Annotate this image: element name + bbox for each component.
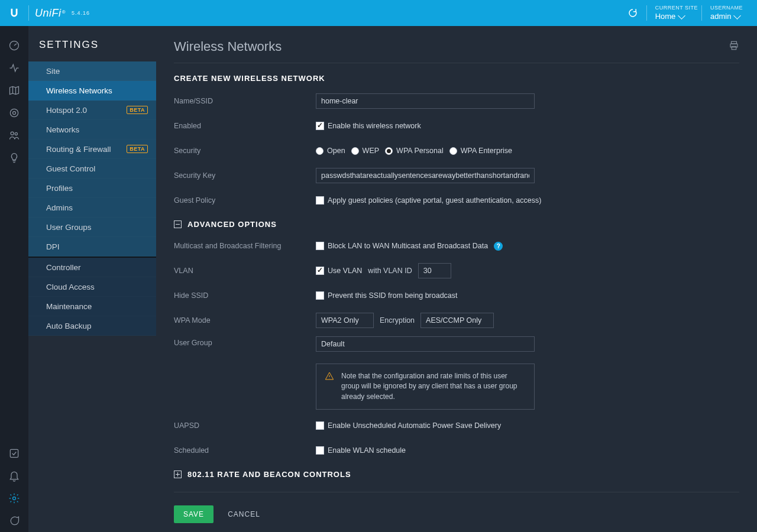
- uapsd-label: UAPSD: [174, 421, 316, 430]
- svg-point-4: [15, 132, 17, 135]
- enable-network-checkbox[interactable]: [316, 122, 324, 130]
- alerts-icon[interactable]: [0, 465, 28, 487]
- use-vlan-text: Use VLAN: [328, 267, 362, 275]
- security-key-input[interactable]: [316, 168, 535, 183]
- security-wpa-enterprise-radio[interactable]: [449, 147, 457, 155]
- main-panel: Wireless Networks CREATE NEW WIRELESS NE…: [156, 26, 757, 532]
- svg-point-6: [13, 497, 16, 500]
- sidebar-item-site[interactable]: Site: [28, 61, 156, 81]
- print-icon[interactable]: [729, 39, 739, 54]
- sidebar-item-maintenance[interactable]: Maintenance: [28, 297, 156, 316]
- security-wep-radio[interactable]: [351, 147, 359, 155]
- svg-point-1: [13, 112, 16, 115]
- username-dropdown[interactable]: USERNAME admin: [702, 4, 743, 22]
- user-group-select[interactable]: Default: [316, 336, 535, 352]
- security-open-radio[interactable]: [316, 147, 323, 155]
- scheduled-text: Enable WLAN schedule: [328, 446, 406, 455]
- current-site-dropdown[interactable]: CURRENT SITE Home: [647, 4, 698, 22]
- username-value: admin: [710, 12, 731, 21]
- svg-point-2: [10, 109, 18, 116]
- sidebar-item-profiles[interactable]: Profiles: [28, 179, 156, 198]
- current-site-label: CURRENT SITE: [655, 5, 698, 11]
- username-label: USERNAME: [710, 5, 743, 11]
- svg-rect-5: [10, 449, 18, 457]
- hide-ssid-checkbox[interactable]: [316, 291, 324, 300]
- collapse-plus-icon: [174, 471, 182, 478]
- chat-icon[interactable]: [0, 510, 28, 532]
- sidebar-item-controller[interactable]: Controller: [28, 258, 156, 277]
- security-key-label: Security Key: [174, 171, 316, 180]
- user-group-note: Note that the configuration and rate lim…: [316, 364, 535, 410]
- vlan-label: VLAN: [174, 267, 316, 275]
- sidebar-item-auto-backup[interactable]: Auto Backup: [28, 316, 156, 336]
- chevron-down-icon: [678, 12, 685, 20]
- version-label: 5.4.16: [72, 10, 90, 16]
- events-icon[interactable]: [0, 442, 28, 465]
- use-vlan-checkbox[interactable]: [316, 267, 324, 275]
- cancel-button[interactable]: CANCEL: [224, 510, 264, 519]
- svg-rect-9: [732, 47, 736, 50]
- wpa-mode-select[interactable]: WPA2 Only: [316, 313, 374, 328]
- sidebar-item-user-groups[interactable]: User Groups: [28, 218, 156, 237]
- hide-ssid-text: Prevent this SSID from being broadcast: [328, 291, 458, 300]
- vlan-with-text: with VLAN ID: [368, 267, 412, 275]
- scheduled-label: Scheduled: [174, 446, 316, 455]
- guest-policy-checkbox[interactable]: [316, 196, 324, 205]
- sidebar-item-networks[interactable]: Networks: [28, 120, 156, 140]
- security-label: Security: [174, 147, 316, 155]
- warning-icon: [325, 371, 334, 402]
- refresh-button[interactable]: [619, 8, 646, 18]
- ubiquiti-logo[interactable]: [0, 0, 28, 26]
- sidebar-item-admins[interactable]: Admins: [28, 198, 156, 218]
- rate-beacon-title: 802.11 RATE AND BEACON CONTROLS: [187, 470, 351, 479]
- encryption-select[interactable]: AES/CCMP Only: [420, 313, 494, 328]
- clients-icon[interactable]: [0, 124, 28, 147]
- save-button[interactable]: SAVE: [174, 505, 213, 523]
- scheduled-checkbox[interactable]: [316, 446, 324, 455]
- settings-icon[interactable]: [0, 487, 28, 510]
- advanced-options-title: ADVANCED OPTIONS: [187, 220, 277, 229]
- sidebar-item-hotspot[interactable]: Hotspot 2.0BETA: [28, 100, 156, 120]
- multicast-checkbox[interactable]: [316, 242, 324, 250]
- enabled-label: Enabled: [174, 122, 316, 130]
- sidebar-item-guest-control[interactable]: Guest Control: [28, 159, 156, 179]
- beta-badge: BETA: [127, 145, 148, 153]
- user-group-note-text: Note that the configuration and rate lim…: [341, 371, 526, 402]
- dashboard-icon[interactable]: [0, 34, 28, 57]
- svg-point-3: [11, 132, 14, 135]
- user-group-label: User Group: [174, 336, 316, 347]
- advanced-options-toggle[interactable]: ADVANCED OPTIONS: [174, 220, 739, 229]
- sidebar-item-cloud-access[interactable]: Cloud Access: [28, 277, 156, 297]
- security-wpa-personal-radio[interactable]: [385, 147, 393, 155]
- settings-sidebar: SETTINGS Site Wireless Networks Hotspot …: [28, 26, 156, 532]
- guest-policy-text: Apply guest policies (captive portal, gu…: [328, 196, 541, 205]
- encryption-label: Encryption: [380, 316, 415, 325]
- ssid-input[interactable]: [316, 93, 535, 109]
- page-title: Wireless Networks: [174, 39, 282, 54]
- statistics-icon[interactable]: [0, 57, 28, 79]
- collapse-minus-icon: [174, 220, 182, 228]
- settings-title: SETTINGS: [28, 39, 156, 61]
- devices-icon[interactable]: [0, 102, 28, 124]
- multicast-label: Multicast and Broadcast Filtering: [174, 242, 316, 250]
- sidebar-item-dpi[interactable]: DPI: [28, 237, 156, 257]
- hide-ssid-label: Hide SSID: [174, 291, 316, 300]
- name-ssid-label: Name/SSID: [174, 97, 316, 105]
- guest-policy-label: Guest Policy: [174, 196, 316, 205]
- divider: [174, 492, 739, 492]
- chevron-down-icon: [734, 12, 742, 20]
- help-icon[interactable]: ?: [494, 242, 503, 251]
- brand-unifi: UniFi®: [29, 7, 72, 20]
- uapsd-text: Enable Unscheduled Automatic Power Save …: [328, 421, 501, 430]
- settings-menu: Site Wireless Networks Hotspot 2.0BETA N…: [28, 61, 156, 336]
- vlan-id-input[interactable]: [418, 263, 451, 278]
- insights-icon[interactable]: [0, 147, 28, 169]
- wpa-mode-label: WPA Mode: [174, 316, 316, 325]
- sidebar-item-routing-firewall[interactable]: Routing & FirewallBETA: [28, 140, 156, 159]
- map-icon[interactable]: [0, 79, 28, 102]
- create-section-title: CREATE NEW WIRELESS NETWORK: [174, 74, 739, 83]
- sidebar-item-wireless-networks[interactable]: Wireless Networks: [28, 81, 156, 100]
- rate-beacon-toggle[interactable]: 802.11 RATE AND BEACON CONTROLS: [174, 470, 739, 479]
- uapsd-checkbox[interactable]: [316, 421, 324, 430]
- beta-badge: BETA: [127, 106, 148, 114]
